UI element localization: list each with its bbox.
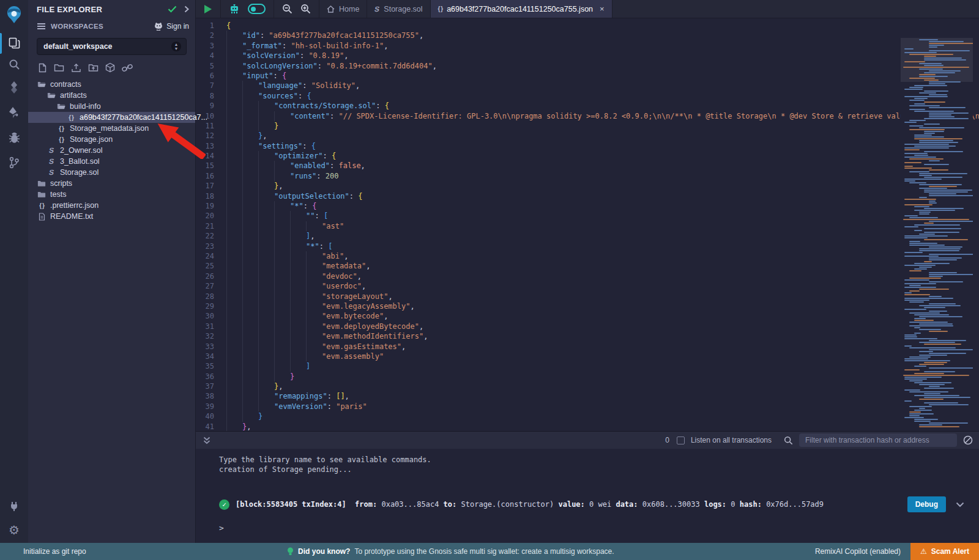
tree-item-tests[interactable]: tests bbox=[28, 189, 195, 200]
tree-item-artifacts[interactable]: artifacts bbox=[28, 90, 195, 101]
minimap[interactable] bbox=[901, 38, 973, 427]
code-line-11[interactable]: 11} bbox=[196, 121, 979, 131]
terminal-prompt[interactable]: > bbox=[219, 523, 979, 532]
close-tab-icon[interactable]: × bbox=[600, 4, 605, 13]
zoom-in-icon[interactable] bbox=[300, 4, 311, 14]
code-line-35[interactable]: 35] bbox=[196, 361, 979, 371]
code-line-23[interactable]: 23"*": [ bbox=[196, 241, 979, 251]
tree-item-prettierrc-json[interactable]: { }.prettierrc.json bbox=[28, 200, 195, 211]
git-init-status[interactable]: Initialize as git repo bbox=[0, 547, 86, 556]
debugger-rail-icon[interactable] bbox=[0, 127, 28, 148]
copilot-toggle[interactable] bbox=[248, 4, 266, 14]
code-line-34[interactable]: 34"evm.assembly" bbox=[196, 352, 979, 361]
workspaces-menu-icon[interactable] bbox=[37, 23, 46, 30]
code-line-40[interactable]: 40} bbox=[196, 411, 979, 421]
tree-item-contracts[interactable]: contracts bbox=[28, 79, 195, 90]
tab-a69b43f277ba20fcac141151250ca755-json[interactable]: { }a69b43f277ba20fcac141151250ca755.json… bbox=[431, 0, 612, 18]
code-line-25[interactable]: 25"metadata", bbox=[196, 261, 979, 271]
code-line-31[interactable]: 31"evm.deployedBytecode", bbox=[196, 322, 979, 331]
code-line-14[interactable]: 14"optimizer": { bbox=[196, 151, 979, 161]
code-line-29[interactable]: 29"evm.legacyAssembly", bbox=[196, 301, 979, 311]
new-folder-icon[interactable] bbox=[54, 63, 64, 72]
git-rail-icon[interactable] bbox=[0, 152, 28, 173]
zoom-out-icon[interactable] bbox=[282, 4, 292, 14]
tree-item-readme-txt[interactable]: README.txt bbox=[28, 211, 195, 222]
tree-item-2-owner-sol[interactable]: S2_Owner.sol bbox=[28, 145, 195, 156]
settings-rail-icon[interactable]: ⚙ bbox=[0, 520, 28, 540]
code-line-32[interactable]: 32"evm.methodIdentifiers", bbox=[196, 331, 979, 341]
ipfs-cube-icon[interactable] bbox=[105, 62, 115, 73]
code-line-39[interactable]: 39"evmVersion": "paris" bbox=[196, 402, 979, 411]
tree-item-label: .prettierrc.json bbox=[50, 201, 99, 210]
debug-button[interactable]: Debug bbox=[907, 496, 946, 512]
tree-item-scripts[interactable]: scripts bbox=[28, 178, 195, 189]
code-line-26[interactable]: 26"devdoc", bbox=[196, 271, 979, 281]
code-line-24[interactable]: 24"abi", bbox=[196, 251, 979, 261]
tx-expand-chevron-icon[interactable] bbox=[956, 502, 964, 507]
listen-all-transactions-checkbox[interactable] bbox=[677, 437, 685, 444]
transaction-filter-input[interactable] bbox=[799, 433, 957, 447]
tree-item-a69b43f277ba20fcac141151250ca7[interactable]: { }a69b43f277ba20fcac141151250ca7... bbox=[28, 112, 195, 123]
code-line-2[interactable]: 2"id": "a69b43f277ba20fcac141151250ca755… bbox=[196, 31, 979, 40]
copilot-status[interactable]: RemixAI Copilot (enabled) bbox=[815, 547, 901, 556]
panel-title: FILE EXPLORER bbox=[37, 5, 168, 14]
code-editor[interactable]: 1{2"id": "a69b43f277ba20fcac141151250ca7… bbox=[196, 18, 979, 431]
tab-home[interactable]: Home bbox=[319, 0, 367, 18]
code-line-36[interactable]: 36} bbox=[196, 372, 979, 381]
upload-folder-icon[interactable] bbox=[88, 63, 99, 72]
clear-console-icon[interactable] bbox=[963, 435, 973, 445]
transaction-log-row[interactable]: ✓ [block:5583405 txIndex:4] from: 0xa03.… bbox=[219, 496, 979, 512]
code-line-30[interactable]: 30"evm.bytecode", bbox=[196, 311, 979, 321]
code-line-20[interactable]: 20"": [ bbox=[196, 211, 979, 221]
tree-item-storage-sol[interactable]: SStorage.sol bbox=[28, 167, 195, 178]
code-line-38[interactable]: 38"remappings": [], bbox=[196, 391, 979, 401]
code-line-18[interactable]: 18"outputSelection": { bbox=[196, 191, 979, 201]
solidity-compiler-rail-icon[interactable] bbox=[0, 77, 28, 98]
run-script-play-icon[interactable] bbox=[204, 4, 212, 14]
code-line-28[interactable]: 28"storageLayout", bbox=[196, 292, 979, 301]
search-rail-icon[interactable] bbox=[0, 54, 28, 75]
plugin-manager-rail-icon[interactable] bbox=[0, 495, 28, 516]
scam-alert-button[interactable]: ⚠ Scam Alert bbox=[910, 543, 979, 560]
file-explorer-rail-icon[interactable] bbox=[0, 32, 28, 53]
terminal-collapse-icon[interactable] bbox=[203, 437, 210, 444]
code-line-16[interactable]: 16"runs": 200 bbox=[196, 171, 979, 181]
code-line-19[interactable]: 19"*": { bbox=[196, 201, 979, 211]
code-line-22[interactable]: 22], bbox=[196, 231, 979, 241]
folder-open-icon bbox=[47, 92, 56, 99]
code-line-13[interactable]: 13"settings": { bbox=[196, 141, 979, 151]
tree-item-3-ballot-sol[interactable]: S3_Ballot.sol bbox=[28, 156, 195, 167]
line-number: 25 bbox=[196, 261, 226, 271]
tree-item-storage-metadata-json[interactable]: { }Storage_metadata.json bbox=[28, 123, 195, 134]
ai-robot-icon[interactable] bbox=[229, 4, 240, 15]
code-line-12[interactable]: 12}, bbox=[196, 131, 979, 141]
tab-storage-sol[interactable]: SStorage.sol bbox=[367, 0, 430, 18]
code-line-5[interactable]: 5"solcLongVersion": "0.8.19+commit.7dd6d… bbox=[196, 61, 979, 71]
code-line-8[interactable]: 8"sources": { bbox=[196, 91, 979, 101]
code-line-10[interactable]: 10"content": "// SPDX-License-Identifier… bbox=[196, 111, 979, 121]
panel-expand-chevron-icon[interactable] bbox=[184, 6, 189, 13]
code-line-15[interactable]: 15"enabled": false, bbox=[196, 161, 979, 171]
sign-in-button[interactable]: Sign in bbox=[154, 22, 189, 31]
code-line-9[interactable]: 9"contracts/Storage.sol": { bbox=[196, 101, 979, 111]
code-line-17[interactable]: 17}, bbox=[196, 181, 979, 191]
code-line-7[interactable]: 7"language": "Solidity", bbox=[196, 81, 979, 90]
code-line-4[interactable]: 4"solcVersion": "0.8.19", bbox=[196, 51, 979, 61]
workspaces-label: WORKSPACES bbox=[51, 23, 149, 30]
new-file-icon[interactable] bbox=[38, 63, 47, 73]
code-line-37[interactable]: 37}, bbox=[196, 381, 979, 391]
link-icon[interactable] bbox=[122, 64, 133, 72]
code-line-1[interactable]: 1{ bbox=[196, 21, 979, 31]
code-line-21[interactable]: 21"ast" bbox=[196, 221, 979, 231]
upload-file-icon[interactable] bbox=[71, 63, 81, 73]
code-line-41[interactable]: 41}, bbox=[196, 422, 979, 431]
deploy-and-run-rail-icon[interactable] bbox=[0, 102, 28, 123]
workspace-select[interactable]: default_workspace ▲▼ bbox=[37, 38, 187, 55]
code-line-27[interactable]: 27"userdoc", bbox=[196, 281, 979, 291]
tree-item-storage-json[interactable]: { }Storage.json bbox=[28, 134, 195, 145]
tree-item-build-info[interactable]: build-info bbox=[28, 101, 195, 112]
code-line-33[interactable]: 33"evm.gasEstimates", bbox=[196, 342, 979, 352]
code-line-3[interactable]: 3"_format": "hh-sol-build-info-1", bbox=[196, 41, 979, 51]
code-line-6[interactable]: 6"input": { bbox=[196, 71, 979, 81]
remix-logo[interactable] bbox=[0, 4, 28, 26]
